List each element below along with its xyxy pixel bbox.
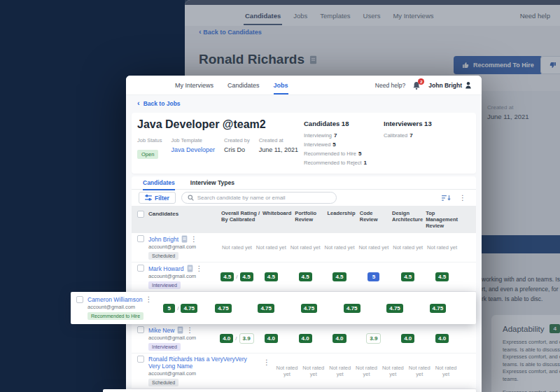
candidate-name-link[interactable]: Cameron Williamson <box>88 296 142 303</box>
column-header-line: Review <box>426 223 458 229</box>
select-all-checkbox[interactable] <box>137 211 144 218</box>
column-header-line: Leadership <box>328 210 357 216</box>
rating-badge: 4.75 <box>215 304 232 313</box>
need-help-link[interactable]: Need help? <box>375 82 405 89</box>
candidate-name-row: Mark Howard⋮ <box>148 265 203 272</box>
modal-nav-my-interviews[interactable]: My Interviews <box>175 82 214 89</box>
row-checkbox[interactable] <box>137 265 144 272</box>
rating-cell: 4.5 <box>425 272 459 281</box>
row-kebab-menu-icon[interactable]: ⋮ <box>190 236 197 243</box>
job-details-modal: My InterviewsCandidatesJobs Need help? 2… <box>126 76 482 392</box>
rating-cell: 4.75 <box>373 304 416 313</box>
candidate-info: Mark Howard⋮account@gmail.comInterviewed <box>148 265 203 289</box>
rating-badge: 3.9 <box>239 333 254 344</box>
row-kebab-menu-icon[interactable]: ⋮ <box>145 296 152 303</box>
rating-cell: 4.75 <box>245 304 288 313</box>
sort-icon[interactable] <box>442 195 451 202</box>
rating-badge: 4.0 <box>299 334 312 343</box>
notifications-bell-icon[interactable]: 2 <box>412 80 421 90</box>
not-rated-text: Not rated yet <box>327 365 354 377</box>
rating-cell: Not rated yet <box>391 244 425 251</box>
not-rated-text: Not rated yet <box>379 365 406 377</box>
candidate-row-john-bright[interactable]: John Bright⋮account@gmail.comScheduledNo… <box>132 233 476 262</box>
column-header-line: Review <box>360 216 389 223</box>
rating-cell: 4.75 <box>416 304 459 313</box>
candidate-name-link[interactable]: Ronald Richards Has a VeryVeryVery Very … <box>148 356 260 370</box>
modal-nav-candidates[interactable]: Candidates <box>227 82 260 89</box>
not-rated-text: Not rated yet <box>290 244 321 251</box>
column-header-line: Review <box>295 216 324 223</box>
rating-badge: 4.75 <box>386 304 403 313</box>
row-checkbox[interactable] <box>137 356 144 363</box>
rating-cell: 4.5 <box>288 272 323 281</box>
candidate-row-mark-howard[interactable]: Mark Howard⋮account@gmail.comInterviewed… <box>132 262 476 292</box>
job-title: Java Developer @team2 <box>137 118 304 131</box>
filter-button[interactable]: Filter <box>139 192 176 204</box>
not-rated-text: Not rated yet <box>406 365 433 377</box>
candidate-email: account@gmail.com <box>148 335 196 342</box>
candidate-name-link[interactable]: Mike New <box>148 327 174 334</box>
candidate-row-mike-new[interactable]: Mike New⋮account@gmail.comInterviewed4.0… <box>132 324 476 354</box>
back-to-jobs-link[interactable]: Back to Jobs <box>144 100 181 107</box>
rating-cell: 4.0 <box>425 334 459 343</box>
rating-badge: 4.5 <box>240 272 253 281</box>
rating-cell: Not rated yet <box>274 365 300 377</box>
job-field-label: Created by <box>224 137 250 144</box>
row-checkbox[interactable] <box>76 296 83 303</box>
stat-group-title: Interviewers 13 <box>384 120 432 127</box>
row-checkbox[interactable] <box>137 326 144 333</box>
not-rated-text: Not rated yet <box>433 365 459 377</box>
stat-interviewed: Interviewed5 <box>304 140 367 149</box>
job-field-value[interactable]: Java Developer <box>171 146 215 153</box>
rating-badge: 4.5 <box>299 272 312 281</box>
stat-group-candidates: Candidates 18Interviewing7Interviewed5Re… <box>304 120 367 167</box>
user-icon <box>465 81 472 89</box>
stat-recommended-to-reject: Recommended to Reject1 <box>304 158 367 167</box>
row-checkbox[interactable] <box>137 235 144 242</box>
row-kebab-menu-icon[interactable]: ⋮ <box>186 327 193 334</box>
back-strip: ‹ Back to Jobs <box>126 95 482 111</box>
not-rated-text: Not rated yet <box>393 244 423 251</box>
candidate-info: John Bright⋮account@gmail.comScheduled <box>148 235 197 260</box>
candidate-row-ronald-richards-has-a-veryveryvery-very-long-name[interactable]: Ronald Richards Has a VeryVeryVery Very … <box>132 354 476 389</box>
column-header-leadership: Leadership <box>326 210 358 216</box>
tab-interview-types[interactable]: Interview Types <box>190 179 234 186</box>
candidates-tabs: CandidatesInterview Types <box>132 176 476 190</box>
rating-cell: 4.75 <box>330 304 373 313</box>
rating-badge: 4.0 <box>401 334 414 343</box>
candidate-cell: Mark Howard⋮account@gmail.comInterviewed <box>137 265 220 289</box>
candidate-row-marvin-mckinney[interactable]: Marvin McKinney⋮account@gmail.comAssigne… <box>103 389 476 392</box>
job-field-job-status: Job StatusOpen <box>137 137 162 159</box>
job-field-value: Cris Do <box>224 146 250 153</box>
rating-cell: Not rated yet <box>425 244 459 251</box>
copy-icon[interactable] <box>177 326 183 334</box>
row-kebab-menu-icon[interactable]: ⋮ <box>196 265 203 272</box>
row-kebab-menu-icon[interactable]: ⋮ <box>263 359 270 366</box>
job-summary-card: Java Developer @team2 Job StatusOpenJob … <box>132 113 476 174</box>
table-menu-kebab-icon[interactable]: ⋮ <box>459 195 466 202</box>
copy-icon[interactable] <box>187 265 193 272</box>
candidate-name-link[interactable]: John Bright <box>148 236 178 243</box>
rating-cell: Not rated yet <box>220 244 254 251</box>
candidate-name-row: Cameron Williamson⋮ <box>88 296 152 303</box>
modal-nav-jobs[interactable]: Jobs <box>274 82 288 89</box>
filter-icon <box>145 195 152 201</box>
rating-cell: Not rated yet <box>433 365 459 377</box>
modal-nav: My InterviewsCandidatesJobs <box>175 82 288 89</box>
candidate-name-row: Mike New⋮ <box>148 326 196 334</box>
user-menu[interactable]: John Bright <box>428 81 472 89</box>
job-field-label: Job Template <box>171 137 215 144</box>
rating-cell: 4.5 <box>254 272 288 281</box>
copy-icon[interactable] <box>181 235 188 243</box>
tab-candidates[interactable]: Candidates <box>143 179 175 186</box>
rating-badge: 4.75 <box>258 304 274 313</box>
stat-interviewing: Interviewing7 <box>304 131 367 140</box>
rating-badge: 4.0 <box>265 334 278 343</box>
rating-cell: 5/4.75 <box>159 304 202 313</box>
candidate-email: account@gmail.com <box>88 304 152 311</box>
not-rated-text: Not rated yet <box>300 365 327 377</box>
candidate-name-link[interactable]: Mark Howard <box>148 265 184 272</box>
candidate-row-cameron-williamson[interactable]: Cameron Williamson⋮account@gmail.comReco… <box>71 292 476 324</box>
search-input[interactable] <box>197 195 330 201</box>
column-header-line: Portfolio <box>295 210 324 216</box>
